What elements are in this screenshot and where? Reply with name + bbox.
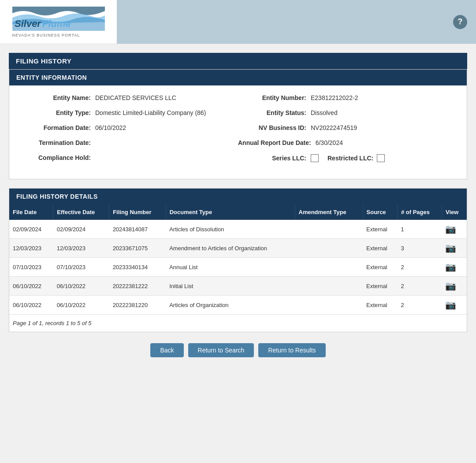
- col-source: Source: [363, 204, 397, 220]
- cell-view[interactable]: 📷: [442, 220, 467, 239]
- nv-business-id-field: NV Business ID: NV20222474519: [238, 124, 454, 131]
- entity-type-label: Entity Type:: [22, 109, 91, 116]
- compliance-hold-label: Compliance Hold:: [22, 154, 91, 161]
- cell-file-date: 07/10/2023: [9, 258, 53, 277]
- filing-history-table: File Date Effective Date Filing Number D…: [9, 204, 467, 315]
- nv-business-id-value: NV20222474519: [311, 124, 357, 131]
- termination-date-field: Termination Date:: [22, 139, 238, 146]
- cell-source: External: [363, 296, 397, 315]
- cell-effective-date: 12/03/2023: [53, 239, 109, 258]
- formation-date-value: 06/10/2022: [95, 124, 126, 131]
- series-restricted-field: Series LLC: Restricted LLC:: [238, 154, 454, 162]
- cell-filing-number: 20233671075: [109, 239, 166, 258]
- entity-type-field: Entity Type: Domestic Limited-Liability …: [22, 109, 238, 116]
- cell-filing-number: 20243814087: [109, 220, 166, 239]
- header: Silver Flume NEVADA'S BUSINESS PORTAL ?: [0, 0, 476, 44]
- series-llc-checkbox[interactable]: [311, 154, 319, 162]
- view-icon[interactable]: 📷: [445, 262, 456, 272]
- cell-pages: 3: [397, 239, 442, 258]
- table-row: 02/09/2024 02/09/2024 20243814087 Articl…: [9, 220, 467, 239]
- header-nav: ?: [117, 0, 476, 44]
- cell-source: External: [363, 258, 397, 277]
- cell-view[interactable]: 📷: [442, 239, 467, 258]
- cell-amendment-type: [295, 277, 363, 296]
- col-pages: # of Pages: [397, 204, 442, 220]
- col-filing-number: Filing Number: [109, 204, 166, 220]
- entity-status-label: Entity Status:: [238, 109, 306, 116]
- logo-container: Silver Flume NEVADA'S BUSINESS PORTAL: [0, 0, 117, 44]
- entity-name-field: Entity Name: DEDICATED SERVICES LLC: [22, 94, 238, 101]
- table-row: 12/03/2023 12/03/2023 20233671075 Amendm…: [9, 239, 467, 258]
- main-content: FILING HISTORY ENTITY INFORMATION Entity…: [4, 53, 472, 332]
- formation-date-field: Formation Date: 06/10/2022: [22, 124, 238, 131]
- back-button[interactable]: Back: [150, 343, 183, 357]
- svg-text:Silver: Silver: [15, 18, 41, 29]
- entity-grid: Entity Name: DEDICATED SERVICES LLC Enti…: [22, 94, 454, 170]
- entity-status-value: Dissolved: [311, 109, 338, 116]
- view-icon[interactable]: 📷: [445, 281, 456, 291]
- col-file-date: File Date: [9, 204, 53, 220]
- cell-document-type: Initial List: [166, 277, 295, 296]
- restricted-llc-label: Restricted LLC:: [327, 155, 373, 162]
- table-header-row: File Date Effective Date Filing Number D…: [9, 204, 467, 220]
- cell-pages: 2: [397, 258, 442, 277]
- cell-effective-date: 07/10/2023: [53, 258, 109, 277]
- col-document-type: Document Type: [166, 204, 295, 220]
- cell-file-date: 06/10/2022: [9, 277, 53, 296]
- table-row: 06/10/2022 06/10/2022 20222381222 Initia…: [9, 277, 467, 296]
- entity-information-body: Entity Name: DEDICATED SERVICES LLC Enti…: [9, 85, 467, 179]
- cell-pages: 1: [397, 220, 442, 239]
- cell-amendment-type: [295, 220, 363, 239]
- entity-name-label: Entity Name:: [22, 94, 91, 101]
- view-icon[interactable]: 📷: [445, 224, 456, 234]
- cell-document-type: Articles of Organization: [166, 296, 295, 315]
- formation-date-label: Formation Date:: [22, 124, 91, 131]
- col-effective-date: Effective Date: [53, 204, 109, 220]
- entity-name-value: DEDICATED SERVICES LLC: [95, 94, 176, 101]
- filing-history-details-header: FILING HISTORY DETAILS: [9, 189, 467, 204]
- logo-tagline: NEVADA'S BUSINESS PORTAL: [12, 33, 105, 37]
- logo-waves-svg: Silver Flume: [12, 7, 105, 31]
- restricted-llc-checkbox[interactable]: [377, 154, 385, 162]
- series-llc-label: Series LLC:: [238, 155, 306, 162]
- table-row: 06/10/2022 06/10/2022 20222381220 Articl…: [9, 296, 467, 315]
- cell-effective-date: 02/09/2024: [53, 220, 109, 239]
- cell-view[interactable]: 📷: [442, 277, 467, 296]
- return-to-search-button[interactable]: Return to Search: [188, 343, 254, 357]
- cell-amendment-type: [295, 239, 363, 258]
- entity-number-value: E23812212022-2: [311, 94, 358, 101]
- cell-file-date: 02/09/2024: [9, 220, 53, 239]
- cell-filing-number: 20222381222: [109, 277, 166, 296]
- entity-status-field: Entity Status: Dissolved: [238, 109, 454, 116]
- cell-amendment-type: [295, 296, 363, 315]
- cell-effective-date: 06/10/2022: [53, 277, 109, 296]
- cell-document-type: Articles of Dissolution: [166, 220, 295, 239]
- entity-type-value: Domestic Limited-Liability Company (86): [95, 109, 206, 116]
- table-row: 07/10/2023 07/10/2023 20233340134 Annual…: [9, 258, 467, 277]
- nv-business-id-label: NV Business ID:: [238, 124, 306, 131]
- col-amendment-type: Amendment Type: [295, 204, 363, 220]
- entity-number-label: Entity Number:: [238, 94, 306, 101]
- entity-information-header: ENTITY INFORMATION: [9, 70, 467, 85]
- view-icon[interactable]: 📷: [445, 300, 456, 310]
- cell-source: External: [363, 220, 397, 239]
- cell-view[interactable]: 📷: [442, 296, 467, 315]
- cell-file-date: 06/10/2022: [9, 296, 53, 315]
- cell-filing-number: 20233340134: [109, 258, 166, 277]
- cell-filing-number: 20222381220: [109, 296, 166, 315]
- cell-amendment-type: [295, 258, 363, 277]
- cell-source: External: [363, 239, 397, 258]
- view-icon[interactable]: 📷: [445, 243, 456, 253]
- entity-information-card: ENTITY INFORMATION Entity Name: DEDICATE…: [9, 69, 467, 179]
- help-icon[interactable]: ?: [453, 15, 467, 29]
- annual-report-field: Annual Report Due Date: 6/30/2024: [238, 139, 454, 146]
- termination-date-label: Termination Date:: [22, 139, 91, 146]
- return-to-results-button[interactable]: Return to Results: [258, 343, 325, 357]
- cell-view[interactable]: 📷: [442, 258, 467, 277]
- cell-pages: 2: [397, 296, 442, 315]
- col-view: View: [442, 204, 467, 220]
- svg-text:Flume: Flume: [42, 18, 71, 29]
- filing-history-details-section: FILING HISTORY DETAILS File Date Effecti…: [9, 188, 467, 332]
- cell-document-type: Amendment to Articles of Organization: [166, 239, 295, 258]
- cell-document-type: Annual List: [166, 258, 295, 277]
